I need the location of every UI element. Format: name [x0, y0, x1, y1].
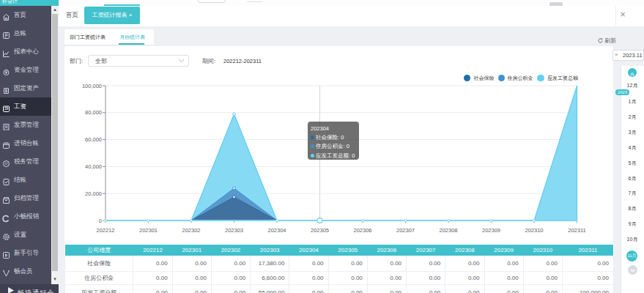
svg-text:0: 0	[99, 218, 102, 224]
svg-text:202301: 202301	[139, 227, 158, 234]
svg-text:202306: 202306	[353, 227, 371, 234]
svg-text:202308: 202308	[439, 227, 457, 234]
svg-text:60,000: 60,000	[85, 136, 102, 143]
svg-text:20,000: 20,000	[85, 190, 102, 197]
svg-text:40,000: 40,000	[85, 163, 102, 170]
svg-text:202304: 202304	[267, 227, 286, 234]
svg-text:202307: 202307	[396, 227, 415, 234]
svg-text:202305: 202305	[311, 227, 329, 234]
svg-text:202311: 202311	[568, 227, 585, 234]
svg-text:80,000: 80,000	[85, 109, 102, 116]
svg-text:100,000: 100,000	[82, 83, 102, 89]
svg-text:202309: 202309	[482, 227, 500, 234]
svg-text:202212: 202212	[96, 227, 114, 234]
svg-text:202303: 202303	[225, 227, 243, 234]
svg-text:202310: 202310	[525, 227, 543, 234]
svg-text:202302: 202302	[182, 227, 200, 234]
